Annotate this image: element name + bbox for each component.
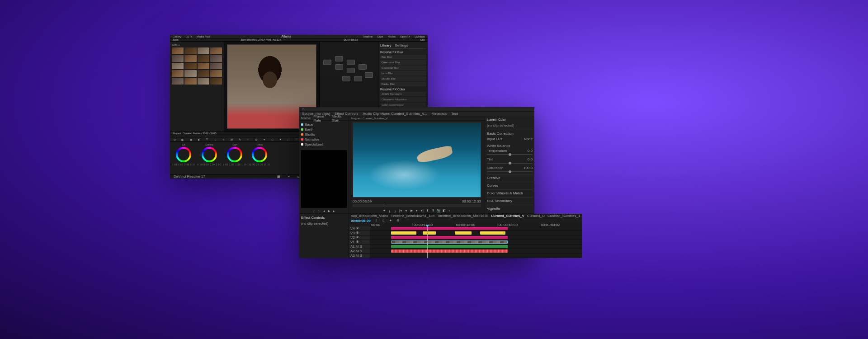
video-clip[interactable] — [480, 231, 505, 235]
export-frame-icon[interactable]: 📷 — [437, 209, 440, 212]
key-icon[interactable]: ▲ — [278, 137, 282, 141]
wheels-icon[interactable]: ◉ — [189, 137, 193, 141]
track-header-v3[interactable]: V3👁 — [349, 231, 370, 235]
marker-item[interactable]: Specialized — [301, 142, 347, 146]
play-icon[interactable]: ▶ — [327, 209, 331, 213]
track-header-a1[interactable]: A1MS — [349, 245, 370, 249]
page-media-icon[interactable]: ▦ — [277, 175, 281, 179]
gain-wheel[interactable]: Gain1.00 1.00 1.00 1.00 — [223, 143, 247, 166]
page-cut-icon[interactable]: ✂ — [287, 175, 291, 179]
still-thumb[interactable] — [184, 70, 196, 77]
lumetri-section[interactable]: HSL Secondary — [487, 197, 533, 203]
track-header-v2[interactable]: V2👁 — [349, 235, 370, 240]
track-a2[interactable] — [370, 249, 582, 254]
motion-icon[interactable]: ◇ — [213, 137, 217, 141]
node[interactable] — [323, 60, 331, 65]
fx-item[interactable]: ACES Transform — [380, 92, 426, 96]
lumetri-section[interactable]: Color Wheels & Match — [487, 189, 533, 195]
wheel-values[interactable]: 0.00 0.00 0.00 0.00 — [198, 163, 222, 166]
param-value[interactable]: 0.0 — [528, 157, 533, 161]
sequence-tab[interactable]: Timeline_Breakdown1_185 — [391, 214, 435, 218]
still-thumb[interactable] — [172, 70, 184, 77]
audio-clip[interactable] — [391, 250, 508, 253]
still-thumb[interactable] — [198, 47, 209, 54]
sequence-tab[interactable]: Curated_O — [527, 214, 545, 218]
blur-icon[interactable]: ◌ — [270, 137, 274, 141]
mark-in-icon[interactable]: { — [388, 209, 392, 212]
tab-lightbox[interactable]: Lightbox — [415, 35, 425, 38]
program-scrub[interactable] — [353, 204, 481, 207]
sequence-tab[interactable]: 4up_Breakdown_Video — [351, 214, 388, 218]
panel-tab-audiomixer[interactable]: Audio Clip Mixer: Curated_Subtitles_V... — [363, 112, 427, 116]
mark-out-icon[interactable]: } — [393, 209, 397, 212]
lift-icon[interactable]: ⬆ — [426, 209, 429, 212]
tracking-icon[interactable]: ⊕ — [254, 137, 258, 141]
marker-icon[interactable]: ✦ — [389, 219, 392, 222]
still-thumb[interactable] — [198, 70, 209, 77]
lift-wheel[interactable]: Lift0.00 0.00 0.00 0.00 — [172, 143, 196, 166]
settings-icon[interactable]: + — [448, 209, 451, 212]
play-icon[interactable]: ▶ — [410, 209, 413, 212]
step-back-icon[interactable]: ◂ — [404, 209, 408, 212]
color-match-icon[interactable]: ◧ — [181, 137, 184, 141]
param-value[interactable]: None — [524, 137, 533, 141]
marker-item[interactable]: Base — [301, 122, 347, 127]
still-thumb[interactable] — [172, 47, 184, 54]
program-viewer[interactable] — [353, 122, 481, 198]
hdr-icon[interactable]: ◐ — [197, 137, 201, 141]
lumetri-section[interactable]: Basic Correction — [487, 130, 533, 136]
node[interactable] — [365, 72, 373, 78]
node[interactable] — [347, 68, 355, 73]
node[interactable] — [354, 76, 362, 81]
lumetri-section[interactable]: Vignette — [487, 205, 533, 211]
tint-slider[interactable] — [487, 163, 533, 164]
video-clip[interactable] — [423, 231, 435, 235]
lumetri-section[interactable]: Curves — [487, 182, 533, 188]
track-header-a3[interactable]: A3MS — [349, 254, 370, 258]
link-icon[interactable]: ⊂ — [382, 219, 385, 222]
video-clip[interactable] — [391, 227, 508, 230]
track-a3[interactable] — [370, 254, 582, 258]
marker-item[interactable]: Narrative — [301, 137, 347, 141]
sequence-tab[interactable]: Timeline_Breakdown_Misc1638 — [437, 214, 488, 218]
fx-item[interactable]: Gaussian Blur — [380, 66, 426, 70]
track-header-a2[interactable]: A2MS — [349, 249, 370, 254]
qualifier-icon[interactable]: ✎ — [238, 137, 241, 141]
tab-luts[interactable]: LUTs — [186, 35, 192, 38]
video-clip[interactable] — [391, 236, 508, 239]
step-back-icon[interactable]: ◂ — [322, 209, 326, 213]
marker-icon[interactable]: ✦ — [382, 209, 386, 212]
still-thumb[interactable] — [184, 78, 196, 85]
video-clip[interactable] — [391, 240, 508, 244]
fx-item[interactable]: Chromatic Adaptation — [380, 97, 426, 102]
tab-settings[interactable]: Settings — [395, 43, 408, 47]
mark-out-icon[interactable]: } — [317, 209, 321, 213]
fx-item[interactable]: Directional Blur — [380, 60, 426, 65]
still-thumb[interactable] — [210, 78, 222, 85]
param-value[interactable]: 0.0 — [528, 149, 533, 153]
marker-item[interactable]: Earth — [301, 127, 347, 132]
node[interactable] — [342, 76, 350, 81]
sat-slider[interactable] — [487, 171, 533, 172]
tab-gallery[interactable]: Gallery — [173, 35, 181, 38]
warper-icon[interactable]: ⊞ — [230, 137, 233, 141]
fx-item[interactable]: Radial Blur — [380, 82, 426, 86]
still-thumb[interactable] — [210, 70, 222, 77]
step-fwd-icon[interactable]: ▸ — [332, 209, 336, 213]
compare-icon[interactable]: ◧ — [442, 209, 446, 212]
fx-item[interactable]: Mosaic Blur — [380, 76, 426, 81]
track-a1[interactable] — [370, 245, 582, 249]
lumetri-section[interactable]: Creative — [487, 174, 533, 180]
still-thumb[interactable] — [184, 55, 196, 62]
still-thumb[interactable] — [198, 55, 209, 62]
source-viewer[interactable] — [301, 150, 347, 208]
node[interactable] — [347, 60, 355, 65]
timeline-ruler[interactable]: 00:00 00:00:16:00 00:00:32:00 00:00:48:0… — [370, 223, 582, 226]
sequence-tab[interactable]: Curated_Subtitles_V — [491, 214, 524, 218]
extract-icon[interactable]: ⬇ — [431, 209, 435, 212]
tab-clips[interactable]: Clips — [377, 35, 383, 38]
video-clip[interactable] — [391, 231, 416, 235]
offset-wheel[interactable]: Offset25.00 25.00 25.00 — [249, 143, 271, 166]
node[interactable] — [359, 64, 367, 70]
node[interactable] — [335, 56, 343, 61]
